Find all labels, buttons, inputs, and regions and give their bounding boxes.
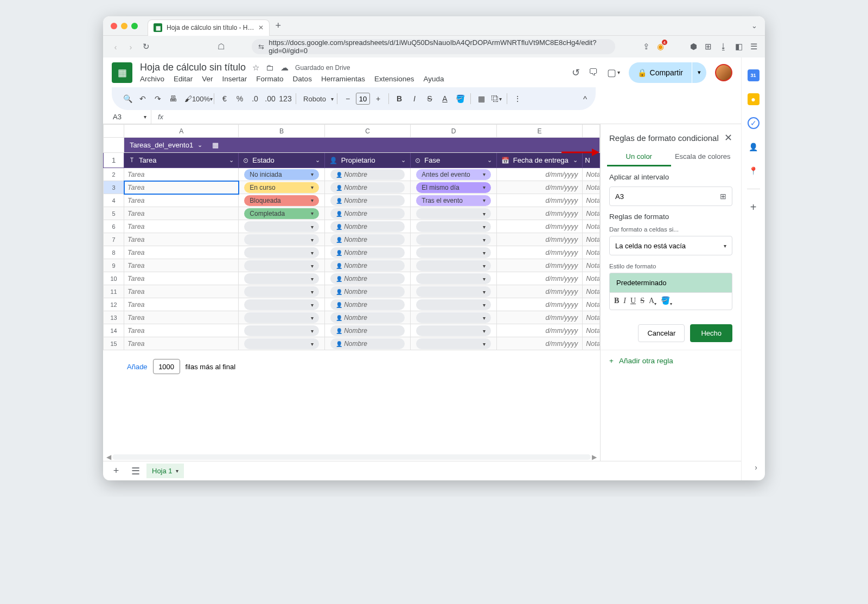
table-view-icon[interactable]: ▦ [208,141,223,149]
cancel-button[interactable]: Cancelar [638,324,685,342]
cell-tarea[interactable]: Tarea [124,168,239,181]
cell-fecha[interactable]: d/mm/yyyy [496,311,582,324]
search-menus-icon[interactable]: 🔍 [120,92,135,106]
downloads-icon[interactable]: ⭳ [719,42,727,52]
text-color-icon[interactable]: A [438,92,452,106]
tabs-overflow-icon[interactable]: ⌄ [751,22,757,30]
cell-propietario[interactable]: 👤 Nombre [324,298,410,311]
cell-fecha[interactable]: d/mm/yyyy [496,233,582,246]
move-icon[interactable]: 🗀 [266,63,274,72]
tab-single-color[interactable]: Un color [607,148,671,166]
decrease-decimal-icon[interactable]: .0 [248,92,262,106]
history-icon[interactable]: ↺ [572,67,580,79]
cell-propietario[interactable]: 👤 Nombre [324,168,410,181]
cell-fase[interactable]: ▾ [411,337,496,350]
account-avatar[interactable] [715,64,732,81]
row-header-6[interactable]: 6 [104,220,124,233]
font-select[interactable]: Roboto [299,92,330,106]
menu-insertar[interactable]: Insertar [222,75,247,83]
cell-estado[interactable]: ▾ [239,311,324,324]
close-window[interactable] [111,23,117,29]
row-header-15[interactable]: 15 [104,337,124,350]
row-header[interactable] [104,138,124,153]
extensions-icon[interactable]: ⊞ [705,42,712,52]
add-rows-input[interactable] [153,359,180,374]
cell-notas[interactable]: Notas [583,194,600,207]
site-settings-icon[interactable]: ⇆ [258,43,264,51]
colheader-estado[interactable]: ⊙Estado⌄ [239,153,324,168]
font-size-input[interactable]: 10 [356,93,370,105]
cell-fase[interactable]: El mismo día▾ [411,181,496,194]
add-another-rule[interactable]: + Añadir otra regla [601,350,741,371]
url-bar[interactable]: ⇆ https://docs.google.com/spreadsheets/d… [252,39,615,54]
percent-icon[interactable]: % [233,92,247,106]
style-preview[interactable]: Predeterminado [609,273,732,292]
menu-editar[interactable]: Editar [174,75,193,83]
cell-notas[interactable]: Notas [583,220,600,233]
cell-fecha[interactable]: d/mm/yyyy [496,298,582,311]
panel-fill-color-icon[interactable]: 🪣▾ [661,296,672,306]
menu-herramientas[interactable]: Herramientas [321,75,365,83]
cell-notas[interactable]: Notas [583,324,600,337]
cell-tarea[interactable]: Tarea [124,311,239,324]
sheets-logo[interactable]: ▦ [112,62,132,83]
cell-propietario[interactable]: 👤 Nombre [324,194,410,207]
table-name-chip[interactable]: Tareas_del_evento1 ⌄ [124,138,208,152]
reload-button[interactable]: ↻ [141,42,151,52]
cell-estado[interactable]: ▾ [239,337,324,350]
cell-tarea[interactable]: Tarea [124,207,239,220]
menu-datos[interactable]: Datos [293,75,312,83]
cell-estado[interactable]: ▾ [239,298,324,311]
menu-formato[interactable]: Formato [256,75,283,83]
cell-estado[interactable]: ▾ [239,259,324,272]
cell-fecha[interactable]: d/mm/yyyy [496,194,582,207]
collapse-toolbar-icon[interactable]: ^ [583,94,587,104]
redo-icon[interactable]: ↷ [151,92,165,106]
cell-tarea[interactable]: Tarea [124,220,239,233]
menu-extensiones[interactable]: Extensiones [374,75,414,83]
maximize-window[interactable] [131,23,138,29]
name-box[interactable]: A3▾ [103,113,151,121]
brave-shield-icon[interactable]: ◉ [657,42,664,52]
row-header-12[interactable]: 12 [104,298,124,311]
cell-fecha[interactable]: d/mm/yyyy [496,272,582,285]
cell-tarea[interactable]: Tarea [124,233,239,246]
cell-fase[interactable]: ▾ [411,324,496,337]
wallet-icon[interactable]: ⬢ [690,42,697,52]
cell-notas[interactable]: Notas [583,285,600,298]
menu-ayuda[interactable]: Ayuda [423,75,444,83]
cell-fecha[interactable]: d/mm/yyyy [496,207,582,220]
contacts-icon[interactable]: 👤 [748,141,760,153]
menu-ver[interactable]: Ver [202,75,213,83]
panel-underline-icon[interactable]: U [630,297,636,305]
increase-font-icon[interactable]: + [371,92,385,106]
cell-notas[interactable]: Notas [583,259,600,272]
more-toolbar-icon[interactable]: ⋮ [510,92,525,106]
select-range-icon[interactable]: ⊞ [720,192,726,201]
maps-icon[interactable]: 📍 [748,165,760,177]
cell-notas[interactable]: Notas [583,181,600,194]
currency-icon[interactable]: € [218,92,232,106]
colheader-propietario[interactable]: 👤Propietario⌄ [324,153,410,168]
cell-fecha[interactable]: d/mm/yyyy [496,324,582,337]
cell-fase[interactable]: ▾ [411,298,496,311]
add-sheet-button[interactable]: + [107,462,125,480]
cell-fecha[interactable]: d/mm/yyyy [496,285,582,298]
cell-fase[interactable]: ▾ [411,207,496,220]
cell-estado[interactable]: ▾ [239,246,324,259]
tasks-icon[interactable]: ✓ [748,117,760,129]
fill-color-icon[interactable]: 🪣 [453,92,467,106]
cell-estado[interactable]: Bloqueada▾ [239,194,324,207]
cell-fase[interactable]: ▾ [411,285,496,298]
new-tab-button[interactable]: + [275,20,281,31]
cell-tarea[interactable]: Tarea [124,194,239,207]
cell-estado[interactable]: No iniciada▾ [239,168,324,181]
bold-icon[interactable]: B [392,92,406,106]
panel-text-color-icon[interactable]: A▾ [649,297,656,306]
hide-side-rail-icon[interactable]: › [755,463,757,472]
done-button[interactable]: Hecho [690,324,732,342]
cell-fase[interactable]: ▾ [411,220,496,233]
row-header-9[interactable]: 9 [104,259,124,272]
column-header-E[interactable]: E [496,125,582,138]
cell-fecha[interactable]: d/mm/yyyy [496,181,582,194]
